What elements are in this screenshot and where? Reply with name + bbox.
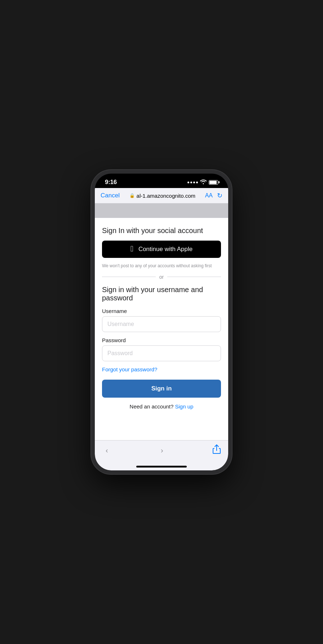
privacy-note: We won't post to any of your accounts wi… — [102, 263, 221, 269]
lock-icon: 🔒 — [129, 193, 135, 198]
divider-or-text: or — [159, 274, 164, 280]
browser-bar: Cancel 🔒 al-1.amazoncognito.com AA ↻ — [95, 188, 228, 204]
need-account-text: Need an account? — [130, 403, 174, 410]
refresh-icon[interactable]: ↻ — [217, 192, 222, 200]
password-input[interactable] — [102, 345, 221, 361]
home-indicator-area — [95, 464, 228, 470]
url-text: al-1.amazoncognito.com — [137, 193, 195, 199]
sign-up-link[interactable]: Sign up — [175, 403, 194, 410]
battery-icon — [209, 180, 218, 185]
continue-with-apple-button[interactable]:  Continue with Apple — [102, 241, 221, 258]
share-button[interactable] — [212, 444, 221, 456]
divider-line-right — [167, 277, 221, 277]
divider-line-left — [102, 277, 156, 277]
username-label: Username — [102, 308, 221, 314]
bottom-bar: ‹ › — [95, 440, 228, 464]
status-icons — [187, 179, 218, 185]
apple-button-label: Continue with Apple — [138, 246, 193, 253]
social-heading: Sign In with your social account — [102, 227, 221, 235]
url-bar: 🔒 al-1.amazoncognito.com — [124, 193, 201, 199]
browser-actions: AA ↻ — [205, 192, 222, 200]
apple-logo-icon:  — [130, 245, 133, 253]
divider: or — [102, 274, 221, 280]
aa-button[interactable]: AA — [205, 192, 213, 199]
sign-in-label: Sign in — [151, 385, 172, 392]
gray-top — [95, 204, 228, 218]
back-button[interactable]: ‹ — [102, 445, 112, 456]
username-heading: Sign in with your username and password — [102, 286, 221, 302]
sign-in-button[interactable]: Sign in — [102, 380, 221, 398]
forgot-password-link[interactable]: Forgot your password? — [102, 366, 221, 372]
status-time: 9:16 — [105, 179, 117, 186]
status-bar: 9:16 — [95, 174, 228, 188]
phone-inner: 9:16 — [95, 174, 228, 470]
page-content: Sign In with your social account  Conti… — [95, 204, 228, 440]
signal-icon — [187, 182, 198, 183]
phone-frame: 9:16 — [91, 170, 232, 474]
home-indicator — [136, 466, 187, 468]
white-card: Sign In with your social account  Conti… — [95, 218, 228, 440]
password-label: Password — [102, 337, 221, 343]
username-input[interactable] — [102, 316, 221, 332]
cancel-button[interactable]: Cancel — [101, 192, 120, 199]
wifi-icon — [200, 179, 207, 185]
signup-row: Need an account? Sign up — [102, 403, 221, 410]
forward-button[interactable]: › — [157, 445, 167, 456]
